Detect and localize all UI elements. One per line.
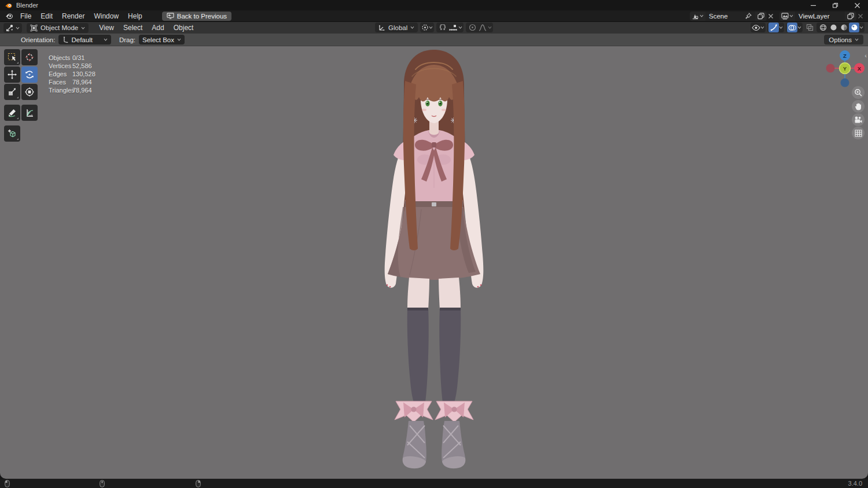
- scale-tool[interactable]: [4, 84, 20, 100]
- character-model[interactable]: [347, 46, 521, 479]
- minimize-button[interactable]: [802, 0, 824, 10]
- viewlayer-new-button[interactable]: [845, 12, 856, 21]
- overlays-controls: [786, 23, 803, 32]
- menu-add[interactable]: Add: [147, 24, 168, 32]
- menu-file[interactable]: File: [16, 10, 36, 21]
- blender-logo-icon: [5, 2, 12, 9]
- cursor-tool[interactable]: [21, 49, 38, 65]
- magnifier-plus-icon: [854, 88, 862, 97]
- visibility-eye-icon: [752, 24, 760, 31]
- viewport-header: Object Mode View Select Add Object Globa…: [0, 22, 868, 34]
- back-to-previous-button[interactable]: Back to Previous: [162, 12, 231, 21]
- zoom-button[interactable]: [852, 86, 865, 99]
- move-tool[interactable]: [4, 66, 20, 83]
- axis-y-label: Y: [843, 65, 847, 72]
- add-cube-icon: [8, 129, 17, 138]
- middle-mouse-icon: [100, 480, 105, 487]
- rotate-tool[interactable]: [21, 66, 38, 83]
- axis-neg-x-handle[interactable]: [826, 64, 835, 73]
- pivot-point-dropdown[interactable]: [420, 23, 434, 32]
- maximize-button[interactable]: [824, 0, 846, 10]
- menu-help[interactable]: Help: [123, 10, 147, 21]
- menu-view[interactable]: View: [94, 24, 119, 32]
- menu-edit[interactable]: Edit: [36, 10, 57, 21]
- xray-icon: [806, 24, 814, 31]
- chevron-down-icon: [488, 26, 492, 29]
- shading-mode-group: [816, 23, 865, 32]
- scene-unlink-button[interactable]: [768, 13, 774, 19]
- orientation-axes-icon: [378, 24, 385, 31]
- menu-render[interactable]: Render: [57, 10, 89, 21]
- sidebar-collapse-arrow[interactable]: ‹: [865, 52, 867, 59]
- chevron-down-icon: [797, 26, 801, 29]
- viewlayer-browse-button[interactable]: [779, 12, 795, 21]
- viewlayer-remove-button[interactable]: [858, 13, 863, 19]
- shading-material-button[interactable]: [838, 23, 849, 32]
- chevron-down-icon: [81, 27, 85, 29]
- gizmo-arrow-icon: [770, 24, 778, 31]
- mode-label: Object Mode: [41, 24, 78, 31]
- left-mouse-icon: [5, 480, 10, 487]
- options-button[interactable]: Options: [824, 35, 863, 45]
- pivot-icon: [421, 24, 429, 31]
- shading-rendered-button[interactable]: [849, 23, 859, 32]
- snap-toggle[interactable]: [437, 23, 448, 32]
- menu-object[interactable]: Object: [169, 24, 198, 32]
- proportional-edit-toggle[interactable]: [467, 23, 477, 32]
- show-gizmos-toggle[interactable]: [768, 23, 779, 32]
- show-overlays-toggle[interactable]: [787, 23, 797, 32]
- xray-toggle[interactable]: [804, 23, 815, 32]
- menu-select[interactable]: Select: [119, 24, 147, 32]
- camera-view-button[interactable]: [852, 113, 865, 126]
- magnet-icon: [439, 24, 446, 31]
- pan-hand-button[interactable]: [852, 100, 865, 113]
- proportional-editing-controls: [466, 23, 493, 32]
- blender-menu-icon[interactable]: [5, 12, 13, 20]
- scene-new-button[interactable]: [755, 12, 767, 21]
- annotate-tool[interactable]: [4, 105, 20, 121]
- axis-default-icon: [62, 36, 68, 43]
- snap-controls: [436, 23, 464, 32]
- chevron-down-icon: [410, 26, 414, 29]
- pin-icon[interactable]: [745, 13, 752, 19]
- close-button[interactable]: [846, 0, 868, 10]
- chevron-down-icon: [779, 26, 783, 29]
- add-cube-tool[interactable]: [4, 125, 20, 142]
- object-visibility-dropdown[interactable]: [751, 23, 766, 32]
- camera-icon: [854, 116, 862, 124]
- right-mouse-icon: [196, 480, 201, 487]
- viewlayer-name-field[interactable]: ViewLayer: [795, 12, 845, 21]
- transform-tool[interactable]: [21, 84, 38, 100]
- viewport-canvas[interactable]: Objects0/31 Vertices52,586 Edges130,528 …: [0, 46, 868, 479]
- chevron-down-icon: [177, 38, 181, 41]
- chevron-down-icon: [16, 27, 20, 29]
- axis-gizmo[interactable]: Z X Y: [825, 48, 865, 88]
- drag-label: Drag:: [119, 36, 135, 43]
- snap-with-dropdown[interactable]: [448, 23, 458, 32]
- transform-orientation-dropdown[interactable]: Global: [375, 23, 418, 32]
- proportional-falloff-dropdown[interactable]: [477, 23, 488, 32]
- chevron-down-icon: [429, 26, 433, 29]
- scene-name: Scene: [709, 13, 728, 20]
- scene-name-field[interactable]: Scene: [705, 12, 755, 21]
- snap-increment-icon: [449, 24, 457, 31]
- menu-window[interactable]: Window: [89, 10, 123, 21]
- move-icon: [8, 70, 17, 79]
- axis-neg-z-handle[interactable]: [841, 79, 849, 87]
- shading-wireframe-button[interactable]: [818, 23, 828, 32]
- shading-solid-button[interactable]: [828, 23, 838, 32]
- object-mode-icon: [30, 24, 38, 32]
- ortho-grid-button[interactable]: [852, 127, 865, 139]
- scene-browse-button[interactable]: [690, 12, 705, 21]
- material-sphere-icon: [840, 24, 848, 31]
- drag-dropdown[interactable]: Select Box: [139, 35, 185, 45]
- solid-sphere-icon: [830, 24, 837, 31]
- measure-tool[interactable]: [21, 105, 38, 121]
- mode-selector[interactable]: Object Mode: [27, 23, 89, 33]
- select-box-tool[interactable]: [4, 49, 20, 65]
- tool-column: [4, 49, 38, 142]
- orientation-default-dropdown[interactable]: Default: [58, 35, 111, 45]
- editor-type-selector[interactable]: [3, 23, 22, 33]
- rendered-sphere-icon: [851, 24, 858, 31]
- viewlayer-icon: [781, 13, 789, 20]
